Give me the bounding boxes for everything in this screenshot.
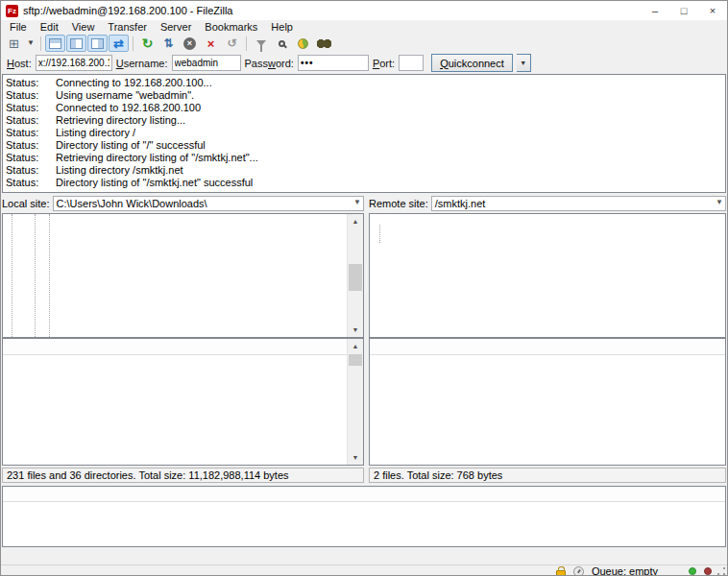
queue-tabs — [1, 547, 727, 564]
synchronized-browsing-button[interactable] — [293, 35, 313, 52]
refresh-icon: ↻ — [142, 36, 154, 50]
chevron-down-icon[interactable]: ▼ — [353, 198, 361, 206]
local-tree-scrollbar[interactable]: ▲ ▼ — [347, 214, 363, 337]
local-pane: Local site: C:\Users\John Wick\Downloads… — [2, 196, 364, 484]
log-line: Status:Connecting to 192.168.200.100... — [6, 77, 725, 89]
log-type: Status: — [6, 114, 56, 127]
disconnect-button[interactable]: × — [201, 35, 221, 52]
find-files-icon — [317, 39, 331, 48]
site-manager-button[interactable]: ⊞ — [4, 35, 24, 52]
toolbar: ⊞▼⇄↻⇅××↺ — [1, 34, 727, 53]
username-label: Username: — [116, 58, 168, 69]
receive-indicator-icon — [689, 567, 696, 575]
menu-server[interactable]: Server — [154, 21, 198, 33]
find-files-button[interactable] — [314, 35, 334, 52]
menu-file[interactable]: File — [3, 21, 34, 33]
log-type: Status: — [6, 89, 56, 102]
log-type: Status: — [6, 152, 56, 164]
log-type: Status: — [6, 139, 56, 152]
refresh-button[interactable]: ↻ — [137, 35, 158, 52]
filter-button[interactable] — [251, 35, 271, 52]
message-log[interactable]: Status:Connecting to 192.168.200.100...S… — [2, 74, 726, 193]
local-site-label: Local site: — [2, 198, 50, 209]
scroll-up-icon[interactable]: ▲ — [348, 339, 363, 353]
toggle-remote-tree-button[interactable] — [87, 35, 108, 52]
log-type: Status: — [6, 177, 56, 189]
quickconnect-bar: Host: Username: Password: Port: Quickcon… — [1, 53, 727, 73]
scroll-up-icon[interactable]: ▲ — [348, 214, 363, 228]
password-input[interactable] — [298, 55, 369, 71]
process-queue-button[interactable]: ⇅ — [158, 35, 179, 52]
disconnect-icon: × — [207, 37, 215, 50]
scrollbar-thumb[interactable] — [349, 264, 362, 291]
scroll-down-icon[interactable]: ▼ — [348, 450, 363, 465]
menu-transfer[interactable]: Transfer — [101, 21, 154, 33]
filter-icon — [256, 40, 266, 46]
quickconnect-dropdown[interactable]: ▼ — [517, 54, 531, 72]
remote-directory-tree[interactable] — [369, 213, 726, 338]
speed-limit-icon[interactable] — [573, 566, 584, 576]
local-status-text: 231 files and 36 directories. Total size… — [2, 468, 364, 483]
minimize-button[interactable]: – — [641, 1, 669, 20]
main-split: Local site: C:\Users\John Wick\Downloads… — [1, 194, 727, 484]
log-type: Status: — [6, 102, 56, 114]
remote-path-combo[interactable]: /smktkj.net ▼ — [431, 196, 726, 211]
host-label: Host: — [7, 58, 32, 69]
resize-grip[interactable] — [716, 566, 726, 576]
queue-body[interactable] — [3, 502, 725, 546]
port-input[interactable] — [399, 55, 424, 71]
scroll-down-icon[interactable]: ▼ — [348, 323, 363, 337]
menu-help[interactable]: Help — [264, 21, 300, 33]
quickconnect-button[interactable]: Quickconnect — [431, 54, 513, 72]
log-message: Listing directory / — [56, 127, 135, 139]
remote-file-list — [369, 338, 726, 466]
log-line: Status:Directory listing of "/" successf… — [6, 139, 725, 152]
menu-bar: FileEditViewTransferServerBookmarksHelp — [1, 20, 727, 34]
log-message: Retrieving directory listing... — [56, 114, 185, 127]
site-manager-icon: ⊞ — [9, 37, 19, 50]
site-manager-dropdown-button[interactable]: ▼ — [25, 35, 36, 52]
local-directory-tree[interactable]: ▲ ▼ — [2, 213, 364, 338]
scrollbar-thumb[interactable] — [349, 354, 362, 366]
menu-view[interactable]: View — [65, 21, 102, 33]
log-message: Connected to 192.168.200.100 — [56, 102, 201, 114]
port-label: Port: — [373, 58, 395, 69]
chevron-down-icon[interactable]: ▼ — [716, 198, 723, 206]
close-button[interactable]: × — [698, 1, 727, 20]
site-manager-dropdown-icon: ▼ — [27, 39, 35, 47]
log-message: Directory listing of "/smktkj.net" succe… — [56, 177, 253, 189]
log-type: Status: — [6, 127, 56, 139]
menu-bookmarks[interactable]: Bookmarks — [198, 21, 264, 33]
log-line: Status:Connected to 192.168.200.100 — [6, 102, 725, 114]
process-queue-icon: ⇅ — [163, 37, 173, 49]
menu-edit[interactable]: Edit — [34, 21, 65, 33]
directory-comparison-icon — [279, 40, 285, 47]
cancel-operation-button[interactable]: × — [180, 35, 200, 52]
toggle-local-tree-button[interactable] — [66, 35, 86, 52]
toolbar-separator — [246, 36, 247, 51]
maximize-button[interactable]: □ — [669, 1, 698, 20]
log-message: Connecting to 192.168.200.100... — [56, 77, 212, 89]
toggle-remote-tree-icon — [91, 38, 104, 49]
remote-pane: Remote site: /smktkj.net ▼ 2 files. Tota… — [369, 196, 726, 484]
host-input[interactable] — [36, 55, 112, 71]
send-indicator-icon — [704, 567, 712, 575]
local-path-combo[interactable]: C:\Users\John Wick\Downloads\ ▼ — [53, 196, 364, 211]
toolbar-separator — [40, 36, 41, 51]
username-input[interactable] — [172, 55, 241, 71]
local-file-list: ▲ ▼ — [2, 338, 364, 466]
filezilla-window: Fz sftp://webadmin@192.168.200.100 - Fil… — [0, 0, 728, 576]
reconnect-button[interactable]: ↺ — [222, 35, 242, 52]
password-label: Password: — [245, 58, 294, 69]
title-bar: Fz sftp://webadmin@192.168.200.100 - Fil… — [1, 1, 727, 20]
toolbar-separator — [133, 36, 133, 51]
cancel-operation-icon: × — [183, 37, 196, 50]
directory-comparison-button[interactable] — [272, 35, 292, 52]
toggle-transfer-queue-button[interactable]: ⇄ — [109, 35, 129, 52]
local-path: C:\Users\John Wick\Downloads\ — [57, 198, 207, 209]
local-list-scrollbar[interactable]: ▲ ▼ — [347, 339, 363, 465]
synchronized-browsing-icon — [298, 38, 308, 49]
toggle-transfer-queue-icon: ⇄ — [113, 37, 124, 50]
toggle-message-log-button[interactable] — [45, 35, 65, 52]
log-type: Status: — [6, 77, 56, 89]
